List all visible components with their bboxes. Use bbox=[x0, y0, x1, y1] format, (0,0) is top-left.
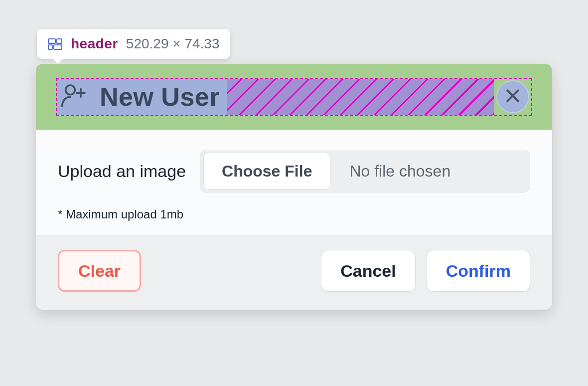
cancel-button[interactable]: Cancel bbox=[321, 250, 416, 292]
dialog-header-inner: New User bbox=[56, 78, 532, 116]
svg-point-4 bbox=[66, 85, 75, 95]
upload-note: * Maximum upload 1mb bbox=[58, 207, 530, 221]
clear-button[interactable]: Clear bbox=[58, 250, 141, 292]
file-chosen-status: No file chosen bbox=[333, 162, 450, 181]
dialog-header-flex-space bbox=[227, 79, 494, 115]
layout-grid-icon bbox=[48, 38, 63, 50]
svg-rect-2 bbox=[48, 45, 52, 49]
close-icon bbox=[505, 88, 521, 106]
tooltip-dimensions: 520.29 × 74.33 bbox=[126, 36, 220, 52]
close-button[interactable] bbox=[496, 80, 529, 113]
dialog-body: Upload an image Choose File No file chos… bbox=[36, 130, 552, 235]
dialog-header: New User bbox=[36, 64, 552, 130]
devtools-inspector-tooltip: header 520.29 × 74.33 bbox=[37, 29, 230, 59]
svg-rect-1 bbox=[57, 39, 62, 43]
svg-rect-0 bbox=[48, 39, 55, 43]
confirm-button[interactable]: Confirm bbox=[427, 250, 530, 292]
upload-row: Upload an image Choose File No file chos… bbox=[58, 150, 530, 193]
dialog-footer: Clear Cancel Confirm bbox=[36, 235, 552, 310]
add-user-icon bbox=[60, 82, 88, 112]
upload-label: Upload an image bbox=[58, 162, 186, 181]
svg-rect-3 bbox=[54, 45, 62, 49]
tooltip-tag-name: header bbox=[71, 36, 118, 52]
file-input[interactable]: Choose File No file chosen bbox=[200, 150, 530, 193]
dialog-header-title-block: New User bbox=[57, 79, 227, 115]
dialog-title: New User bbox=[100, 82, 220, 112]
new-user-dialog: New User Upload an image Choose File No … bbox=[36, 64, 552, 310]
choose-file-button[interactable]: Choose File bbox=[203, 153, 330, 190]
